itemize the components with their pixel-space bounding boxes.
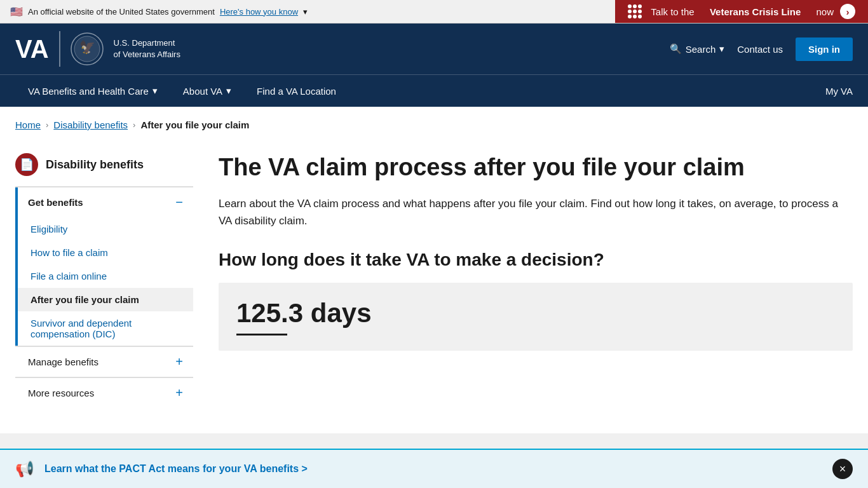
stat-number: 125.3 days — [236, 298, 835, 329]
site-header: VA 🦅 U.S. Department of Veterans Affairs… — [0, 24, 868, 74]
us-flag-icon: 🇺🇸 — [10, 6, 23, 18]
crisis-pre-text: Talk to the — [651, 6, 694, 17]
sidebar-section-manage-benefits-header[interactable]: Manage benefits + — [15, 347, 193, 377]
stat-box: 125.3 days — [219, 283, 853, 351]
page-intro: Learn about the VA claim process and wha… — [219, 195, 853, 229]
contact-us-link[interactable]: Contact us — [737, 44, 783, 55]
crisis-arrow-icon: › — [840, 4, 855, 19]
my-va-link[interactable]: My VA — [825, 76, 853, 107]
sidebar-item-survivor: Survivor and dependent compensation (DIC… — [18, 311, 193, 346]
stat-underline — [236, 334, 287, 336]
sidebar-section-more-resources: More resources + — [15, 377, 193, 408]
sidebar-toggle-more-icon: + — [175, 386, 183, 400]
crisis-icon — [628, 4, 644, 18]
nav-item-benefits[interactable]: VA Benefits and Health Care ▾ — [15, 75, 170, 107]
logo-divider — [59, 31, 60, 67]
content-layout: 📄 Disability benefits Get benefits − Eli… — [0, 143, 868, 433]
search-button[interactable]: 🔍 Search ▾ — [670, 43, 725, 55]
breadcrumb-disability[interactable]: Disability benefits — [53, 119, 128, 130]
sidebar-item-how-to-file: How to file a claim — [18, 241, 193, 264]
search-icon: 🔍 — [670, 43, 682, 55]
page-title: The VA claim process after you file your… — [219, 153, 853, 182]
decision-time-heading: How long does it take VA to make a decis… — [219, 250, 853, 270]
main-content: The VA claim process after you file your… — [219, 143, 853, 408]
breadcrumb-separator-1: › — [46, 120, 48, 130]
chevron-down-icon-2: ▾ — [226, 85, 231, 97]
gov-notice: 🇺🇸 An official website of the United Sta… — [0, 2, 318, 22]
crisis-line-banner[interactable]: Talk to the Veterans Crisis Line now › — [615, 0, 868, 23]
sidebar-item-after-filing: After you file your claim — [18, 288, 193, 311]
sidebar-section-get-benefits: Get benefits − Eligibility How to file a… — [15, 186, 193, 346]
dropdown-icon: ▾ — [303, 7, 308, 17]
breadcrumb-home[interactable]: Home — [15, 119, 41, 130]
chevron-down-icon: ▾ — [153, 85, 158, 97]
sidebar-title: 📄 Disability benefits — [15, 143, 193, 186]
dept-name: U.S. Department of Veterans Affairs — [114, 37, 180, 60]
page-wrapper: Home › Disability benefits › After you f… — [0, 107, 868, 433]
gov-text: An official website of the United States… — [28, 7, 215, 17]
sidebar-item-eligibility: Eligibility — [18, 217, 193, 241]
breadcrumb: Home › Disability benefits › After you f… — [0, 107, 868, 143]
sidebar: 📄 Disability benefits Get benefits − Eli… — [15, 143, 193, 408]
logo-area: VA 🦅 U.S. Department of Veterans Affairs — [15, 31, 180, 67]
crisis-bold-text: Veterans Crisis Line — [710, 6, 801, 17]
header-actions: 🔍 Search ▾ Contact us Sign in — [670, 37, 853, 61]
sidebar-toggle-icon: − — [175, 195, 183, 210]
sidebar-section-manage-benefits: Manage benefits + — [15, 346, 193, 377]
breadcrumb-current: After you file your claim — [140, 119, 249, 130]
crisis-post-text: now — [816, 6, 834, 17]
main-navigation: VA Benefits and Health Care ▾ About VA ▾… — [0, 74, 868, 107]
nav-item-about[interactable]: About VA ▾ — [170, 75, 244, 107]
sidebar-toggle-manage-icon: + — [175, 355, 183, 369]
sidebar-sub-items-get-benefits: Eligibility How to file a claim File a c… — [15, 217, 193, 346]
va-logo-letters: VA — [15, 36, 49, 62]
nav-item-location[interactable]: Find a VA Location — [244, 76, 349, 107]
sidebar-title-icon: 📄 — [15, 153, 38, 176]
va-seal: 🦅 — [71, 32, 104, 65]
sidebar-item-file-online: File a claim online — [18, 264, 193, 288]
sidebar-section-get-benefits-header[interactable]: Get benefits − — [15, 187, 193, 217]
sign-in-button[interactable]: Sign in — [796, 37, 853, 61]
svg-text:🦅: 🦅 — [79, 39, 95, 55]
breadcrumb-separator-2: › — [133, 120, 135, 130]
dot-grid — [628, 4, 642, 18]
search-chevron-icon: ▾ — [719, 43, 724, 55]
nav-items: VA Benefits and Health Care ▾ About VA ▾… — [15, 75, 349, 107]
sidebar-section-more-resources-header[interactable]: More resources + — [15, 378, 193, 408]
how-to-know-link[interactable]: Here's how you know — [220, 7, 298, 17]
top-banner: 🇺🇸 An official website of the United Sta… — [0, 0, 868, 24]
